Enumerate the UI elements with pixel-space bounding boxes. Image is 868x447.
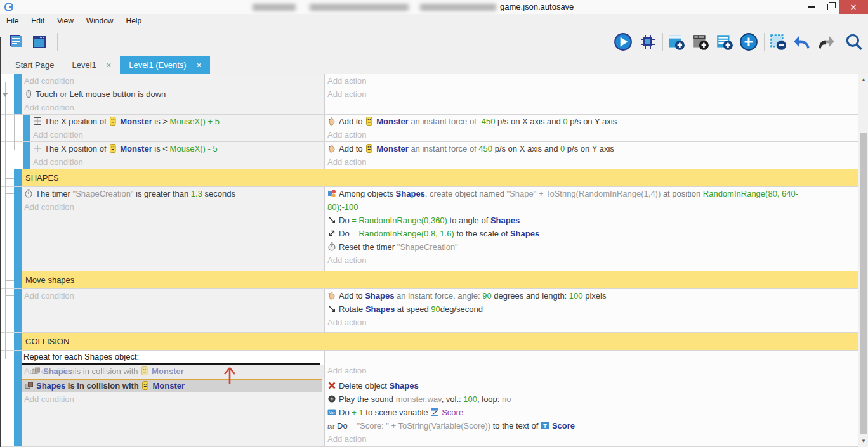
position-icon (33, 117, 42, 126)
text-segment: p/s on Y axis (565, 144, 614, 153)
add-event-icon[interactable] (714, 32, 735, 52)
menu-edit[interactable]: Edit (25, 14, 51, 28)
menu-window[interactable]: Window (80, 14, 120, 28)
indent-spacer (14, 142, 23, 169)
conditions-cell: The timer "ShapeCreation" is greater tha… (22, 187, 325, 271)
action-row[interactable]: Delete object Shapes (325, 379, 858, 392)
conditions-cell: The X position of Monster is < MouseX() … (30, 142, 325, 169)
text-segment: Left mouse button is down (69, 89, 166, 99)
monster-icon (109, 144, 117, 153)
tab-level1-events[interactable]: Level1 (Events) × (120, 56, 210, 74)
action-row[interactable]: Play the sound monster.wav, vol.: 100, l… (325, 392, 858, 406)
event-color-bar[interactable] (14, 169, 22, 186)
add-action-button[interactable]: Add action (325, 74, 858, 87)
add-condition-button[interactable]: Add condition (30, 128, 324, 141)
condition-row[interactable]: The timer "ShapeCreation" is greater tha… (22, 187, 324, 200)
tree-line (5, 178, 14, 179)
condition-row[interactable]: The X position of Monster is > MouseX() … (30, 115, 324, 128)
menu-file[interactable]: File (0, 14, 25, 28)
add-condition-button[interactable]: Add condition (22, 200, 324, 214)
condition-row[interactable]: Touch or Left mouse button is down (22, 87, 324, 101)
condition-row-selected[interactable]: Shapes is in collision with Monster (22, 379, 322, 392)
gutter (0, 187, 14, 271)
gdevelop-logo-icon (4, 2, 14, 12)
action-row[interactable]: Add to Monster an instant force of -450 … (325, 115, 858, 128)
event-color-bar[interactable] (14, 379, 22, 446)
add-action-button[interactable]: Add action (325, 432, 858, 446)
menu-view[interactable]: View (51, 14, 80, 28)
text-segment: The timer (36, 189, 73, 198)
tab-start-page[interactable]: Start Page (6, 56, 63, 74)
vertical-scrollbar[interactable]: ▲ ▼ (858, 74, 868, 447)
search-icon[interactable] (844, 32, 864, 52)
timer-icon (24, 189, 33, 198)
action-row[interactable]: Add to Shapes an instant force, angle: 9… (325, 289, 858, 302)
add-condition-button[interactable]: Add condition (22, 392, 324, 406)
tab-close-icon[interactable]: × (107, 60, 112, 70)
add-action-button[interactable]: Add action (325, 128, 858, 141)
scene-editor-icon[interactable] (5, 32, 25, 52)
action-row[interactable]: txtDo = "Score: " + ToString(Variable(Sc… (325, 419, 858, 432)
foreach-header[interactable]: Repeat for each Shapes object: (22, 351, 320, 365)
event-color-bar[interactable] (14, 87, 22, 114)
event-color-bar[interactable] (14, 351, 22, 379)
add-condition-button[interactable]: Add condition (30, 155, 324, 169)
text-segment: MouseX() - 5 (170, 144, 218, 153)
conditions-cell: Shapes is in collision with MonsterAdd c… (22, 379, 325, 446)
text-segment: is (152, 144, 163, 153)
action-row[interactable]: 80);-100 (325, 200, 858, 214)
condition-row[interactable]: The X position of Monster is < MouseX() … (30, 142, 324, 155)
action-row[interactable]: Reset the timer "ShapeCreation" (325, 240, 858, 254)
add-action-button[interactable]: Add action (325, 316, 858, 329)
event-color-bar[interactable] (14, 333, 22, 350)
action-row[interactable]: Do = RandomInRange(0.8, 1.6) to the scal… (325, 227, 858, 240)
add-action-button[interactable]: Add action (325, 254, 858, 267)
action-row[interactable]: Add to Monster an instant force of 450 p… (325, 142, 858, 155)
comment-block: Move shapes (0, 271, 858, 289)
scroll-up-icon[interactable]: ▲ (858, 75, 868, 84)
scrollbar-thumb[interactable] (860, 133, 867, 434)
action-row[interactable]: Do = RandomInRange(0,360) to angle of Sh… (325, 214, 858, 227)
action-row[interactable]: Among objects Shapes, create object name… (325, 187, 858, 200)
add-condition-button[interactable]: Add condition (22, 74, 324, 87)
text-segment: Shapes (390, 381, 419, 391)
text-segment: Shapes (36, 381, 65, 391)
comment-band[interactable]: Move shapes (22, 271, 858, 288)
event-color-bar[interactable] (23, 115, 30, 141)
tab-level1[interactable]: Level1 × (63, 56, 120, 74)
debug-icon[interactable] (638, 32, 658, 52)
tree-line (5, 295, 14, 296)
event-color-bar[interactable] (14, 271, 22, 288)
add-action-button[interactable]: Add action (325, 87, 858, 101)
play-icon[interactable] (613, 32, 633, 52)
restore-button[interactable] (821, 0, 840, 14)
scroll-down-icon[interactable]: ▼ (858, 437, 868, 446)
gutter (0, 142, 14, 169)
add-action-button[interactable]: Add action (325, 364, 858, 377)
tab-close-icon[interactable]: × (197, 60, 202, 70)
comment-band[interactable]: COLLISION (22, 333, 858, 350)
minimize-button[interactable] (801, 0, 822, 14)
add-condition-button[interactable]: Add condition (22, 289, 324, 302)
event-color-bar[interactable] (14, 74, 22, 87)
comment-band[interactable]: SHAPES (22, 169, 858, 186)
add-condition-button[interactable]: Add condition (22, 101, 324, 114)
add-circle-icon[interactable] (739, 32, 759, 52)
collapse-arrow-icon[interactable] (2, 93, 8, 100)
add-group-icon[interactable] (690, 32, 711, 52)
undo-icon[interactable] (792, 32, 812, 52)
remove-event-icon[interactable] (768, 32, 788, 52)
add-action-button[interactable]: Add action (325, 155, 858, 169)
event-color-bar[interactable] (14, 187, 22, 271)
event-color-bar[interactable] (23, 142, 30, 169)
add-object-icon[interactable] (666, 32, 687, 52)
redo-icon[interactable] (816, 32, 836, 52)
event-color-bar[interactable] (14, 289, 22, 332)
action-row[interactable]: Rotate Shapes at speed 90deg/second (325, 302, 858, 316)
text-segment: > (162, 117, 169, 126)
menu-help[interactable]: Help (120, 14, 148, 28)
scene-preview-icon[interactable] (29, 32, 49, 52)
action-row[interactable]: VarDo + 1 to scene variable Score (325, 406, 858, 419)
scale-icon (327, 229, 336, 238)
close-button[interactable]: ✕ (839, 0, 868, 14)
